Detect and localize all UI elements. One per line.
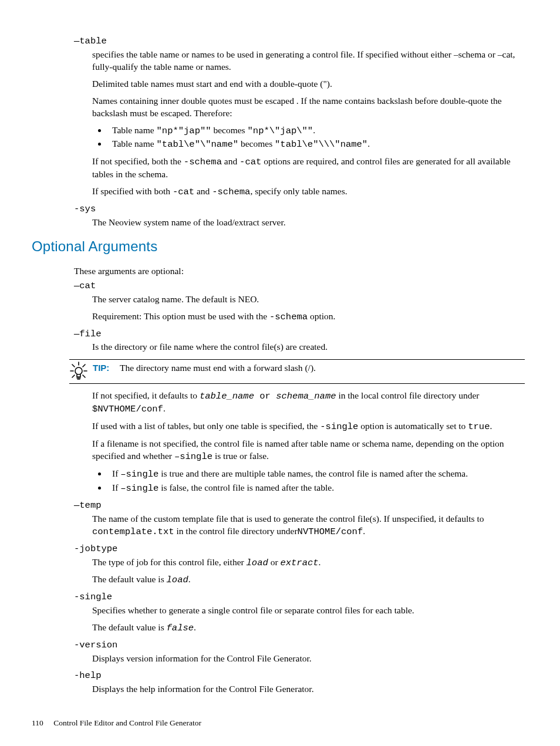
- chapter-title: Control File Editor and Control File Gen…: [53, 718, 201, 727]
- text: .: [367, 139, 370, 148]
- paragraph: The name of the custom template file tha…: [92, 513, 525, 538]
- code: -cat: [239, 157, 261, 167]
- code: -schema: [184, 157, 222, 167]
- paragraph: The default value is false.: [92, 622, 525, 634]
- text: If not specified, it defaults to: [92, 390, 200, 400]
- code: contemplate.txt: [92, 526, 174, 537]
- text: .: [194, 622, 196, 632]
- text: If used with a list of tables, but only …: [92, 421, 320, 431]
- lightbulb-icon: [69, 361, 89, 381]
- svg-line-4: [72, 364, 75, 367]
- text: The name of the custom template file tha…: [92, 514, 484, 524]
- text: If: [112, 482, 120, 492]
- arg-help-desc: Displays the help information for the Co…: [92, 683, 525, 696]
- text: is true and there are multiple table nam…: [158, 468, 468, 478]
- arg-single-desc: Specifies whether to generate a single c…: [92, 605, 525, 634]
- paragraph: Requirement: This option must be used wi…: [92, 310, 525, 323]
- code-italic: schema_name: [276, 391, 336, 401]
- text: If a filename is not specified, the cont…: [92, 438, 504, 461]
- code: -schema: [212, 187, 250, 197]
- text: option is automatically set to: [358, 421, 468, 431]
- code: "np*\"jap\"": [248, 126, 313, 136]
- single-behavior-list: If –single is true and there are multipl…: [92, 468, 525, 495]
- arg-cat-name: —cat: [74, 280, 525, 292]
- arg-table-desc: specifies the table name or names to be …: [92, 49, 525, 198]
- text: Table name: [112, 125, 157, 135]
- text: and: [194, 186, 212, 196]
- page: —table specifies the table name or names…: [0, 0, 560, 746]
- paragraph: Specifies whether to generate a single c…: [92, 605, 525, 617]
- code: "tabl\e"\\\"name": [275, 139, 367, 150]
- arg-temp-name: —temp: [74, 499, 525, 512]
- paragraph: Displays the help information for the Co…: [92, 683, 525, 696]
- arg-single-name: -single: [74, 591, 525, 603]
- text: is true or false.: [212, 451, 269, 461]
- list-item: Table name "tabl\e"\"name" becomes "tabl…: [107, 138, 525, 151]
- code: –single: [174, 451, 212, 462]
- svg-point-0: [75, 367, 82, 374]
- code-italic: load: [167, 575, 188, 585]
- code-italic: load: [247, 558, 268, 568]
- code-italic: false: [167, 623, 194, 633]
- code: "np*"jap"": [157, 126, 211, 136]
- text: becomes: [211, 125, 248, 135]
- paragraph: Is the directory or file name where the …: [92, 341, 525, 353]
- svg-line-8: [72, 375, 75, 377]
- arg-version-name: -version: [74, 639, 525, 652]
- code: or: [254, 391, 276, 401]
- code: NVTHOME/conf: [298, 526, 363, 537]
- text: If specified with both: [92, 186, 173, 196]
- arg-jobtype-desc: The type of job for this control file, e…: [92, 556, 525, 587]
- tip-text: The directory name must end with a forwa…: [120, 363, 316, 373]
- tip-label: TIP:: [93, 363, 109, 373]
- code-italic: extract: [280, 558, 318, 568]
- arg-version-desc: Displays version information for the Con…: [92, 653, 525, 665]
- text: is false, the control file is named afte…: [158, 482, 334, 492]
- section-heading-optional-arguments: Optional Arguments: [32, 237, 525, 256]
- code: –single: [120, 483, 158, 494]
- arg-file-name: —file: [74, 328, 525, 340]
- code: "tabl\e"\"name": [157, 139, 239, 150]
- text: If: [112, 468, 120, 478]
- paragraph: Names containing inner double quotes mus…: [92, 95, 525, 120]
- arg-file-desc-cont: If not specified, it defaults to table_n…: [92, 390, 525, 494]
- list-item: If –single is false, the control file is…: [107, 482, 525, 495]
- arg-temp-desc: The name of the custom template file tha…: [92, 513, 525, 538]
- paragraph: If used with a list of tables, but only …: [92, 420, 525, 433]
- arg-help-name: -help: [74, 670, 525, 682]
- arg-cat-desc: The server catalog name. The default is …: [92, 293, 525, 323]
- text: .: [490, 421, 492, 431]
- code: -single: [320, 421, 358, 432]
- paragraph: The Neoview system name of the load/extr…: [92, 217, 525, 229]
- paragraph: If specified with both -cat and -schema,…: [92, 185, 525, 198]
- paragraph: specifies the table name or names to be …: [92, 49, 525, 73]
- text: .: [313, 125, 315, 135]
- tip-content: TIP: The directory name must end with a …: [93, 362, 525, 374]
- code: –single: [120, 469, 158, 480]
- code: true: [468, 421, 490, 432]
- paragraph: If not specified, both the -schema and -…: [92, 156, 525, 181]
- text: or: [268, 557, 281, 567]
- code: -schema: [269, 312, 308, 322]
- paragraph: If not specified, it defaults to table_n…: [92, 390, 525, 416]
- text: in the control file directory under: [174, 526, 298, 536]
- list-item: Table name "np*"jap"" becomes "np*\"jap\…: [107, 124, 525, 137]
- text: , specify only table names.: [250, 186, 347, 196]
- text: .: [188, 574, 191, 584]
- arg-sys-name: -sys: [74, 203, 525, 215]
- paragraph: If a filename is not specified, the cont…: [92, 438, 525, 463]
- paragraph: The type of job for this control file, e…: [92, 556, 525, 569]
- text: becomes: [238, 139, 275, 148]
- text: The default value is: [92, 622, 167, 632]
- page-footer: 110 Control File Editor and Control File…: [32, 718, 201, 728]
- text: .: [363, 526, 365, 536]
- text: The type of job for this control file, e…: [92, 557, 247, 567]
- escape-examples: Table name "np*"jap"" becomes "np*\"jap\…: [92, 124, 525, 151]
- text: and: [222, 156, 239, 166]
- paragraph: The server catalog name. The default is …: [92, 293, 525, 306]
- tip-block: TIP: The directory name must end with a …: [69, 359, 525, 384]
- page-number: 110: [32, 718, 43, 728]
- arg-jobtype-name: -jobtype: [74, 543, 525, 555]
- code-italic: table_name: [200, 391, 254, 401]
- arg-sys-desc: The Neoview system name of the load/extr…: [92, 217, 525, 229]
